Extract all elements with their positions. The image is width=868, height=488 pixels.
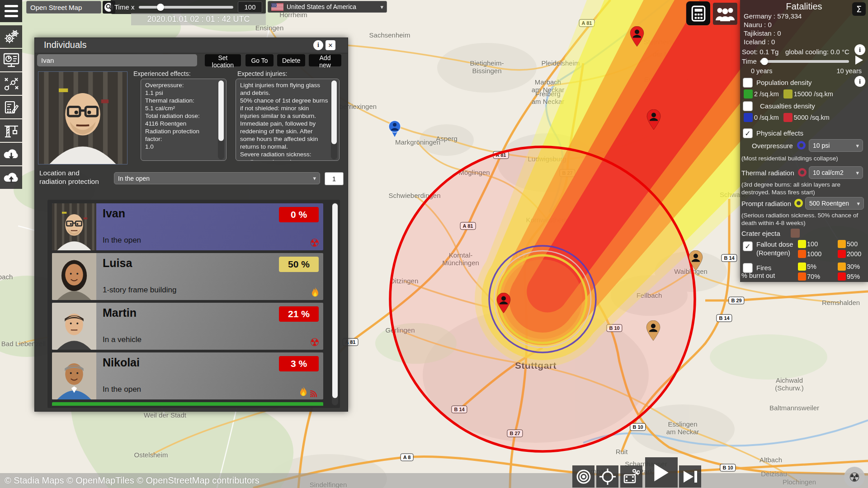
map-style-search: [26, 1, 115, 14]
time-max-label: 10 years: [836, 67, 862, 75]
avatar-image: [52, 203, 96, 250]
statistics-monitor-button[interactable]: [0, 49, 22, 71]
video-edit-button[interactable]: [620, 465, 642, 488]
cloud-upload-button[interactable]: [0, 166, 22, 189]
legend-swatch: [798, 263, 806, 271]
time-multiplier-value[interactable]: 100: [238, 1, 262, 13]
fires-checkbox[interactable]: [743, 263, 753, 273]
effect-icons: [299, 386, 320, 398]
radiation-mode-button[interactable]: ☢: [844, 467, 865, 488]
population-density-checkbox[interactable]: [743, 78, 753, 88]
legend-swatch: [838, 240, 846, 248]
slider-thumb[interactable]: [761, 58, 768, 65]
video-edit-icon: [623, 469, 640, 485]
legend-label: 100: [807, 240, 818, 248]
experienced-effects-label: Experienced effects:: [133, 70, 191, 77]
protection-factor-input[interactable]: 1: [325, 172, 344, 185]
time-label: Time: [742, 57, 757, 65]
experienced-effects-text[interactable]: Overpressure: 1.1 psi Thermal radiation:…: [141, 79, 226, 161]
location-dropdown[interactable]: In the open ▾: [114, 172, 320, 184]
scrollbar[interactable]: [218, 80, 224, 160]
crosshair-icon: [599, 469, 616, 485]
list-scrollbar[interactable]: [332, 202, 338, 405]
fallout-dose-checkbox[interactable]: ✓: [743, 241, 753, 251]
play-button[interactable]: [645, 457, 678, 488]
overpressure-dropdown[interactable]: 10 psi▾: [809, 139, 863, 152]
info-button[interactable]: i: [313, 40, 323, 50]
person-name-input[interactable]: [37, 54, 197, 66]
tool-sidebar: [0, 25, 22, 189]
prompt-radiation-dropdown[interactable]: 500 Roentgen▾: [805, 197, 864, 210]
fire-icon: [311, 287, 320, 298]
individual-row[interactable]: IvanIn the open0 %☢: [52, 203, 323, 250]
physical-effects-checkbox[interactable]: ✓: [743, 128, 753, 138]
scenario-editor-icon: [3, 99, 19, 115]
soot-value: Soot: 0.1 Tg: [742, 48, 778, 56]
risk-badge: 0 %: [279, 207, 319, 222]
skip-to-end-icon: [683, 470, 698, 483]
set-location-button[interactable]: Set location: [205, 54, 241, 66]
close-button[interactable]: ✕: [326, 40, 335, 50]
delete-button[interactable]: Delete: [277, 54, 305, 66]
settings-gears-button[interactable]: [0, 25, 22, 48]
legend-swatch: [783, 89, 793, 99]
sum-button[interactable]: Σ: [852, 2, 866, 16]
app-window: HorrheimEnsingenSachsenheimPleidelsheimB…: [0, 0, 868, 488]
slider-thumb[interactable]: [157, 4, 164, 11]
expected-injuries-text[interactable]: Light injuries from flying glass and deb…: [236, 79, 340, 161]
detonation-target-button[interactable]: [572, 465, 594, 488]
individual-row[interactable]: MartinIn a vehicle21 %☢: [52, 303, 323, 350]
skip-to-end-button[interactable]: [679, 465, 701, 488]
construction-crane-button[interactable]: [0, 119, 22, 142]
info-button[interactable]: i: [854, 76, 865, 87]
scrollbar[interactable]: [331, 80, 337, 160]
crosshair-locate-button[interactable]: [596, 465, 618, 488]
person-location: In the open: [103, 385, 141, 394]
cloud-download-button[interactable]: [0, 143, 22, 165]
play-icon: [653, 463, 670, 482]
prompt-desc: (Serious radiation sickness. 50% chance …: [741, 211, 867, 227]
legend-swatch: [838, 250, 846, 258]
info-button[interactable]: i: [854, 44, 865, 55]
fallout-dose-label: Fallout dose: [756, 240, 793, 248]
fatalities-calculator-button[interactable]: [686, 1, 710, 25]
person-location: In a vehicle: [103, 335, 142, 344]
legend-swatch: [744, 113, 753, 122]
go-to-button[interactable]: Go To: [245, 54, 274, 66]
casualties-density-label: Casualties density: [760, 102, 815, 110]
legend-label: 30%: [847, 263, 860, 270]
individuals-list[interactable]: IvanIn the open0 %☢Luisa1-story frame bu…: [47, 200, 340, 408]
legend-label: 1000: [807, 250, 821, 258]
individuals-toggle-button[interactable]: [713, 3, 737, 25]
scenario-editor-button[interactable]: [0, 96, 22, 118]
menu-button[interactable]: [0, 0, 22, 22]
person-name: Nikolai: [103, 356, 140, 369]
fatalities-title: Fatalities: [740, 1, 868, 12]
legend-label: 5%: [807, 263, 816, 270]
time-multiplier-slider[interactable]: [139, 6, 233, 9]
thermal-label: Thermal radiation: [741, 169, 794, 177]
country-select[interactable]: United States of America ▾: [268, 1, 387, 13]
fatality-country: Tajikistan : 0: [744, 29, 781, 37]
legend-label: 5000 /sq.km: [794, 114, 830, 121]
detonation-target-icon: [576, 469, 591, 484]
crater-ejecta-label: Crater ejecta: [741, 230, 780, 237]
fatalities-time-slider[interactable]: [760, 60, 849, 63]
fires-label: Fires: [756, 264, 771, 272]
thermal-desc: (3rd degree burns: all skin layers are d…: [741, 181, 866, 197]
search-input[interactable]: [26, 1, 101, 14]
strategy-plan-button[interactable]: [0, 72, 22, 95]
us-flag-icon: [271, 3, 283, 11]
avatar-image: [38, 72, 127, 164]
individual-row[interactable]: NikolaiIn the open3 %: [52, 352, 323, 399]
individual-row[interactable]: Luisa1-story frame building50 %: [52, 253, 323, 300]
chevron-down-icon: ▾: [313, 175, 316, 182]
thermal-dropdown[interactable]: 10 cal/cm2▾: [809, 166, 863, 179]
next-row-partial: [52, 402, 323, 406]
casualties-density-checkbox[interactable]: [743, 101, 753, 111]
add-new-button[interactable]: Add new: [309, 54, 341, 66]
legend-label: 2 /sq.km: [754, 90, 779, 98]
person-location: 1-story frame building: [103, 286, 176, 295]
play-icon[interactable]: [854, 55, 863, 65]
overpressure-ring-icon: [797, 141, 806, 150]
